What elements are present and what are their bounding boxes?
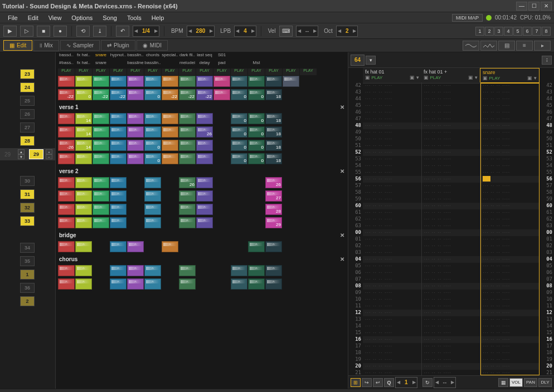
pattern-cell[interactable]: ··· ·· ·· ····: [480, 169, 539, 176]
clip-cell[interactable]: [127, 190, 144, 202]
pattern-cell[interactable]: ··· ·· ·· ····: [363, 336, 421, 343]
tab-sampler[interactable]: ∿Sampler: [60, 40, 100, 51]
pattern-cell[interactable]: ··· ·· ·· ····: [480, 350, 539, 356]
sequencer-row[interactable]: 34: [0, 242, 55, 254]
pattern-cell[interactable]: ··· ·· ·· ····: [363, 236, 421, 243]
pattern-cell[interactable]: ··· ·· ·· ····: [363, 136, 421, 143]
clip-cell[interactable]: ^: [75, 177, 92, 188]
pattern-cell[interactable]: ··· ·· ·· ····: [480, 370, 539, 375]
clip-cell[interactable]: ^: [93, 217, 109, 228]
clip-cell[interactable]: ^0: [231, 126, 247, 138]
pattern-track-head-3[interactable]: snare ▣ PLAY ▣ ▾: [480, 68, 540, 84]
track-name[interactable]: fx hat..: [75, 52, 92, 60]
clip-cell[interactable]: [213, 278, 230, 290]
pattern-track-head-1[interactable]: fx hat 01 ▣ PLAY ▣ ▾: [363, 68, 421, 84]
pattern-cell[interactable]: ··· ·· ·· ····: [480, 183, 539, 189]
snap-5[interactable]: 5: [513, 27, 522, 36]
clip-cell[interactable]: ^18: [265, 126, 282, 138]
pattern-cell[interactable]: ··· ·· ·· ····: [480, 270, 539, 276]
pattern-cell[interactable]: ··· ·· ·· ····: [480, 89, 539, 96]
caret-down-icon[interactable]: ▾: [366, 56, 376, 65]
clip-cell[interactable]: ^: [144, 177, 161, 188]
track-name[interactable]: delay: [196, 60, 213, 68]
clip-cell[interactable]: [231, 177, 247, 188]
tab-edit[interactable]: ▦Edit: [3, 40, 32, 51]
pattern-cell[interactable]: ··· ·· ·· ····: [363, 82, 421, 89]
pattern-cell[interactable]: ··· ·· ·· ····: [422, 189, 480, 196]
bpm-spinner[interactable]: ◀ 280 ▶: [187, 26, 215, 37]
clip-cell[interactable]: ^: [265, 241, 282, 252]
clip-cell[interactable]: ^: [93, 153, 109, 164]
pattern-cell[interactable]: ··· ·· ·· ····: [363, 310, 421, 316]
pattern-cell[interactable]: ··· ·· ·· ····: [480, 149, 539, 156]
clip-cell[interactable]: [248, 177, 265, 188]
pattern-track-column[interactable]: ··· ·· ·· ······· ·· ·· ······· ·· ·· ··…: [480, 82, 540, 375]
clip-cell[interactable]: ^: [75, 265, 92, 276]
clip-cell[interactable]: [248, 204, 265, 215]
sequencer-row[interactable]: 31: [0, 188, 55, 200]
pattern-track-column[interactable]: ··· ·· ·· ······· ·· ·· ······· ·· ·· ··…: [422, 82, 481, 375]
wrap2-icon[interactable]: ↩: [373, 378, 383, 387]
pattern-track-head-2[interactable]: fx hat 01 + ▣ PLAY ▣ ▾: [421, 68, 480, 84]
sequencer-row[interactable]: 28: [0, 135, 55, 147]
clip-cell[interactable]: ^: [58, 217, 75, 228]
clip-cell[interactable]: ^: [110, 217, 127, 228]
remove-pattern-icon[interactable]: −: [46, 154, 52, 159]
pattern-cell[interactable]: ··· ·· ·· ····: [480, 316, 539, 323]
clip-cell[interactable]: ^29: [265, 217, 282, 228]
pattern-cell[interactable]: ··· ·· ·· ····: [363, 149, 421, 156]
clip-cell[interactable]: ^: [58, 126, 75, 138]
pattern-cell[interactable]: ··· ·· ·· ····: [480, 116, 539, 122]
pattern-cell[interactable]: ··· ·· ·· ····: [422, 143, 480, 149]
pattern-cell[interactable]: ··· ·· ·· ····: [422, 223, 480, 229]
sequencer-cell[interactable]: 1: [20, 270, 35, 280]
pattern-cell[interactable]: ··· ·· ·· ····: [422, 183, 480, 189]
left-arrow-icon[interactable]: ◀: [133, 28, 139, 33]
snap-8[interactable]: 8: [542, 27, 551, 36]
clip-cell[interactable]: ^: [179, 265, 196, 276]
pattern-cell[interactable]: ··· ·· ·· ····: [480, 283, 539, 290]
track-play-button[interactable]: PLAY: [127, 68, 144, 75]
clip-cell[interactable]: ^-22: [110, 89, 127, 100]
clip-cell[interactable]: ^: [58, 278, 75, 290]
track-name[interactable]: melodei: [179, 60, 196, 68]
clip-cell[interactable]: ^0: [231, 140, 247, 151]
clip-cell[interactable]: [283, 89, 299, 100]
pattern-cell[interactable]: ··· ·· ·· ····: [480, 249, 539, 256]
pattern-cell[interactable]: ··· ·· ·· ····: [480, 109, 539, 116]
pattern-cell[interactable]: ··· ·· ·· ····: [363, 122, 421, 129]
clip-cell[interactable]: ^: [248, 265, 265, 276]
clip-cell[interactable]: ^-22: [58, 89, 75, 100]
sequencer-cell[interactable]: 32: [20, 203, 35, 213]
clip-cell[interactable]: ^14: [75, 113, 92, 124]
pattern-cell[interactable]: ··· ·· ·· ····: [480, 203, 539, 209]
pattern-cell[interactable]: ··· ·· ·· ····: [363, 276, 421, 283]
pattern-cell[interactable]: ··· ·· ·· ····: [422, 149, 480, 156]
clip-cell[interactable]: [144, 241, 161, 252]
pattern-cell[interactable]: ··· ·· ·· ····: [363, 189, 421, 196]
pattern-cell[interactable]: ··· ·· ·· ····: [422, 216, 480, 223]
clip-cell[interactable]: ^: [110, 113, 127, 124]
clip-cell[interactable]: ^0: [144, 140, 161, 151]
pattern-cell[interactable]: ··· ·· ·· ····: [480, 296, 539, 303]
clip-cell[interactable]: ^-22: [179, 89, 196, 100]
clip-cell[interactable]: ^-22: [93, 89, 109, 100]
pattern-cell[interactable]: ··· ·· ·· ····: [422, 336, 480, 343]
play-pattern-button[interactable]: ▷: [20, 26, 33, 37]
clip-cell[interactable]: ^: [196, 190, 213, 202]
pattern-cell[interactable]: ··· ·· ·· ····: [480, 276, 539, 283]
scope-wave-button[interactable]: [463, 41, 479, 51]
clip-cell[interactable]: ^: [75, 217, 92, 228]
clip-cell[interactable]: ^: [75, 278, 92, 290]
track-play-button[interactable]: PLAY: [144, 68, 161, 75]
pan-button[interactable]: PAN: [524, 378, 537, 387]
clip-cell[interactable]: ^: [93, 140, 109, 151]
pattern-cell[interactable]: ··· ·· ·· ····: [363, 356, 421, 363]
pattern-cell[interactable]: ··· ·· ·· ····: [363, 323, 421, 330]
pattern-cell[interactable]: ··· ·· ·· ····: [363, 256, 421, 263]
pattern-cell[interactable]: ··· ·· ·· ····: [480, 102, 539, 109]
clip-cell[interactable]: ^: [127, 241, 144, 252]
section-bridge[interactable]: bridge✕: [56, 230, 348, 241]
clip-cell[interactable]: ^0: [75, 89, 92, 100]
pattern-cell[interactable]: ··· ·· ·· ····: [480, 156, 539, 163]
